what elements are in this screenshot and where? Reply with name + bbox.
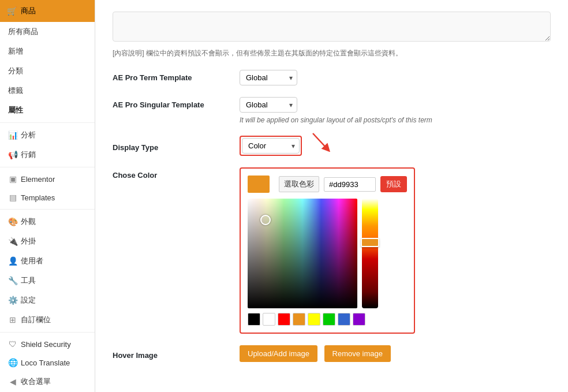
appearance-icon: 🎨: [8, 217, 17, 226]
sidebar-item-plugins[interactable]: 🔌 外掛: [0, 232, 95, 251]
collapse-icon: ◀: [8, 377, 17, 386]
hover-image-control: Upload/Add image Remove image: [240, 345, 551, 362]
upload-add-image-button[interactable]: Upload/Add image: [240, 345, 317, 362]
tools-icon: 🔧: [8, 276, 17, 285]
description-textarea[interactable]: [113, 12, 551, 42]
elementor-icon: ▣: [8, 174, 17, 184]
ae-pro-term-template-control: Global: [240, 70, 551, 85]
ae-pro-singular-template-row: AE Pro Singular Template Global It will …: [113, 97, 551, 124]
red-arrow-icon: [310, 129, 339, 152]
loco-translate-icon: 🌐: [8, 358, 17, 367]
plugins-icon: 🔌: [8, 237, 17, 246]
preset-button[interactable]: 預設: [380, 176, 407, 192]
sidebar: 🛒 商品 所有商品 新增 分類 標籤 屬性 📊 分析 📢 行銷 ▣ Elemen…: [0, 0, 95, 392]
sidebar-top-label: 商品: [21, 6, 36, 16]
templates-icon: ▤: [8, 193, 17, 202]
swatch-green[interactable]: [323, 313, 335, 326]
sidebar-item-all-products[interactable]: 所有商品: [0, 22, 95, 42]
sidebar-item-label: 分類: [8, 66, 23, 76]
custom-fields-icon: ⊞: [8, 315, 17, 324]
hue-slider[interactable]: [362, 199, 378, 308]
ae-pro-term-template-label: AE Pro Term Template: [113, 70, 228, 82]
sidebar-item-settings[interactable]: ⚙️ 設定: [0, 290, 95, 310]
swatch-red[interactable]: [278, 313, 290, 326]
sidebar-item-add-new[interactable]: 新增: [0, 42, 95, 61]
display-type-select[interactable]: Color Image: [242, 138, 300, 154]
sidebar-item-marketing[interactable]: 📢 行銷: [0, 145, 95, 165]
sidebar-item-label: 標籤: [8, 85, 23, 96]
chose-color-row: Chose Color 選取色彩 預設: [113, 167, 551, 334]
display-type-select-highlighted: Color Image: [240, 136, 302, 156]
ae-pro-term-template-select[interactable]: Global: [240, 70, 297, 85]
sidebar-divider-3: [0, 209, 95, 210]
sidebar-item-label: 屬性: [8, 105, 23, 115]
color-swatches: [248, 313, 407, 326]
hover-image-label: Hover Image: [113, 348, 228, 360]
sidebar-top-products[interactable]: 🛒 商品: [0, 0, 95, 22]
sidebar-item-label: Elementor: [21, 175, 55, 184]
swatch-black[interactable]: [248, 313, 260, 326]
shield-security-icon: 🛡: [8, 339, 17, 349]
color-gradient-area[interactable]: [248, 199, 357, 308]
color-hex-input[interactable]: [324, 177, 376, 192]
swatch-yellow[interactable]: [308, 313, 320, 326]
remove-image-button[interactable]: Remove image: [324, 345, 391, 362]
ae-pro-singular-template-select[interactable]: Global: [240, 97, 297, 113]
sidebar-item-label: 外觀: [21, 216, 36, 227]
color-swatch-button[interactable]: [248, 176, 270, 193]
sidebar-item-users[interactable]: 👤 使用者: [0, 251, 95, 271]
sidebar-item-categories[interactable]: 分類: [0, 61, 95, 81]
pick-color-label: 選取色彩: [279, 176, 319, 192]
sidebar-item-loco-translate[interactable]: 🌐 Loco Translate: [0, 353, 95, 372]
sidebar-divider-1: [0, 122, 95, 123]
sidebar-item-appearance[interactable]: 🎨 外觀: [0, 212, 95, 232]
sidebar-item-label: 行銷: [21, 150, 36, 160]
sidebar-item-templates[interactable]: ▤ Templates: [0, 188, 95, 207]
ae-pro-term-template-row: AE Pro Term Template Global: [113, 70, 551, 85]
settings-icon: ⚙️: [8, 296, 17, 305]
sidebar-item-label: 設定: [21, 295, 36, 305]
color-picker-cursor: [260, 215, 271, 225]
ae-pro-singular-template-label: AE Pro Singular Template: [113, 97, 228, 109]
ae-pro-singular-template-control: Global It will be applied on singular la…: [240, 97, 551, 124]
info-text: [內容說明] 欄位中的資料預設不會顯示，但有些佈景主題在其版面的特定位置會顯示這…: [113, 48, 551, 58]
sidebar-item-label: Shield Security: [21, 340, 71, 349]
color-picker-panel: 選取色彩 預設: [240, 167, 415, 334]
sidebar-item-elementor[interactable]: ▣ Elementor: [0, 170, 95, 188]
sidebar-item-label: 新增: [8, 46, 23, 57]
sidebar-item-attributes[interactable]: 屬性: [0, 100, 95, 120]
main-content: [內容說明] 欄位中的資料預設不會顯示，但有些佈景主題在其版面的特定位置會顯示這…: [95, 0, 568, 392]
sidebar-item-custom-fields[interactable]: ⊞ 自訂欄位: [0, 310, 95, 330]
sidebar-item-tools[interactable]: 🔧 工具: [0, 271, 95, 290]
sidebar-item-label: 使用者: [21, 256, 43, 266]
swatch-purple[interactable]: [353, 313, 365, 326]
swatch-white[interactable]: [263, 313, 275, 326]
sidebar-item-collapse-menu[interactable]: ◀ 收合選單: [0, 372, 95, 391]
chose-color-control: 選取色彩 預設: [240, 167, 551, 334]
users-icon: 👤: [8, 256, 17, 266]
display-type-label: Display Type: [113, 140, 228, 152]
marketing-icon: 📢: [8, 150, 17, 159]
hover-image-row: Hover Image Upload/Add image Remove imag…: [113, 345, 551, 362]
products-icon: 🛒: [7, 6, 16, 16]
sidebar-item-label: Loco Translate: [21, 359, 70, 367]
singular-template-note: It will be applied on singular layout of…: [240, 116, 551, 124]
sidebar-item-label: 分析: [21, 130, 36, 140]
sidebar-item-tags[interactable]: 標籤: [0, 81, 95, 100]
display-type-select-wrapper: Color Image: [242, 138, 300, 154]
display-type-row: Display Type Color Image: [113, 136, 551, 156]
sidebar-item-analytics[interactable]: 📊 分析: [0, 125, 95, 145]
sidebar-item-shield-security[interactable]: 🛡 Shield Security: [0, 335, 95, 353]
sidebar-item-label: Templates: [21, 193, 55, 202]
sidebar-divider-2: [0, 167, 95, 167]
swatch-orange[interactable]: [293, 313, 305, 326]
color-picker-top: 選取色彩 預設: [248, 176, 407, 193]
ae-pro-term-template-select-wrapper: Global: [240, 70, 297, 85]
svg-line-1: [313, 133, 327, 149]
sidebar-item-label: 外掛: [21, 236, 36, 247]
sidebar-item-label: 所有商品: [8, 27, 38, 37]
hue-slider-thumb[interactable]: [361, 238, 379, 247]
sidebar-divider-4: [0, 332, 95, 333]
swatch-blue[interactable]: [338, 313, 350, 326]
analytics-icon: 📊: [8, 130, 17, 140]
